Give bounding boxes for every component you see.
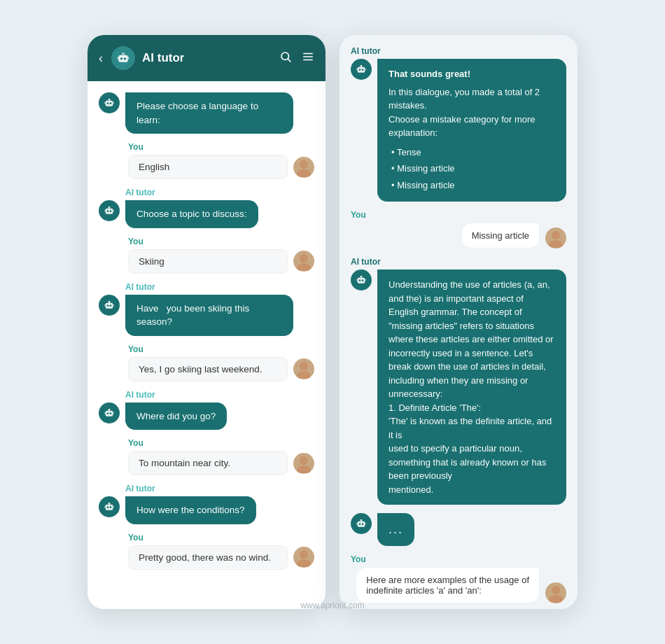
right-ai-label-2: AI tutor bbox=[351, 257, 566, 267]
user-bubble-row-1: English bbox=[128, 155, 314, 179]
ai-bubble-1-body: In this dialogue, you made a total of 2 … bbox=[388, 85, 555, 140]
svg-rect-25 bbox=[113, 210, 113, 212]
ai-message-row-5: How were the conditions? bbox=[99, 496, 314, 524]
svg-point-50 bbox=[300, 550, 308, 559]
ai-bubble-3: Have you been skiing this season? bbox=[125, 295, 293, 336]
left-chat-area: Please choose a language to learn: You E… bbox=[88, 81, 326, 609]
svg-point-29 bbox=[107, 304, 109, 307]
svg-rect-57 bbox=[365, 69, 365, 71]
ai-message-row-4: Where did you go? bbox=[99, 402, 314, 430]
svg-point-13 bbox=[107, 102, 109, 104]
bot-avatar-tiny-1 bbox=[99, 92, 120, 113]
list-item-1[interactable]: Tense bbox=[391, 144, 555, 161]
user-bubble-1: English bbox=[128, 155, 288, 179]
svg-point-27 bbox=[297, 263, 311, 271]
right-ai-inner-1: That sounds great! In this dialogue, you… bbox=[351, 59, 566, 202]
right-user-avatar-2 bbox=[545, 582, 566, 603]
header-title: AI tutor bbox=[142, 51, 272, 65]
svg-rect-15 bbox=[108, 99, 111, 101]
right-bot-avatar-dots-1 bbox=[351, 513, 372, 534]
ai-section-4: AI tutor Where did you go? bbox=[99, 390, 314, 430]
bot-avatar-tiny-3 bbox=[99, 295, 120, 316]
svg-point-35 bbox=[297, 371, 311, 379]
svg-rect-4 bbox=[123, 53, 124, 55]
svg-rect-33 bbox=[113, 304, 113, 306]
right-ai-label-1: AI tutor bbox=[351, 46, 566, 56]
user-message-row-3: You Yes, I go skiing last weekend. bbox=[128, 344, 314, 382]
menu-icon[interactable] bbox=[302, 50, 314, 66]
ai-section-2: AI tutor Choose a topic to discuss: bbox=[99, 188, 314, 228]
right-chat-area: AI tutor That sounds great! bbox=[340, 35, 578, 609]
svg-rect-36 bbox=[106, 410, 113, 416]
right-phone: AI tutor That sounds great! bbox=[340, 35, 578, 609]
user-bubble-row-4: To mountain near city. bbox=[128, 451, 314, 475]
svg-point-22 bbox=[110, 210, 112, 212]
ai-message-row-2: Choose a topic to discuss: bbox=[99, 200, 314, 228]
ai-section-5: AI tutor How were the conditions? bbox=[99, 484, 314, 524]
svg-point-59 bbox=[549, 240, 563, 248]
list-item-3[interactable]: Missing article bbox=[391, 177, 555, 194]
svg-point-62 bbox=[362, 279, 364, 281]
user-label-1: You bbox=[128, 142, 144, 152]
svg-rect-16 bbox=[104, 102, 105, 104]
list-item-2[interactable]: Missing article bbox=[391, 160, 555, 177]
watermark: www.apriorit.com bbox=[300, 601, 364, 610]
header-icons bbox=[279, 50, 314, 66]
user-message-row-1: You English bbox=[128, 142, 314, 179]
ai-message-row-3: Have you been skiing this season? bbox=[99, 295, 314, 336]
user-label-3: You bbox=[128, 344, 144, 354]
user-avatar-3 bbox=[293, 358, 314, 379]
svg-point-34 bbox=[300, 362, 308, 370]
svg-point-30 bbox=[110, 304, 112, 307]
search-icon[interactable] bbox=[279, 50, 292, 66]
svg-point-37 bbox=[107, 412, 109, 414]
svg-rect-23 bbox=[108, 206, 111, 209]
svg-rect-17 bbox=[113, 102, 113, 104]
svg-rect-47 bbox=[108, 503, 111, 505]
svg-point-73 bbox=[549, 595, 563, 603]
phone-header: ‹ AI tutor bbox=[88, 35, 326, 81]
user-avatar-4 bbox=[293, 453, 314, 474]
ai-bubble-1-list: Tense Missing article Missing article bbox=[388, 144, 555, 194]
svg-point-51 bbox=[297, 559, 311, 567]
svg-point-67 bbox=[359, 523, 361, 525]
svg-rect-0 bbox=[118, 55, 127, 62]
right-ai-section-1: AI tutor That sounds great! bbox=[351, 46, 566, 202]
svg-rect-32 bbox=[104, 304, 105, 306]
svg-line-8 bbox=[288, 59, 290, 62]
ai-label-5: AI tutor bbox=[125, 484, 314, 493]
right-user-section-1: You Missing article bbox=[351, 210, 566, 248]
svg-rect-65 bbox=[365, 279, 365, 281]
ai-section-3: AI tutor Have you been skiing this seaso… bbox=[99, 282, 314, 336]
bot-avatar-tiny-4 bbox=[99, 402, 120, 424]
svg-rect-6 bbox=[128, 57, 130, 59]
svg-point-61 bbox=[359, 279, 361, 281]
svg-rect-20 bbox=[106, 209, 113, 214]
ai-bubble-4: Where did you go? bbox=[125, 402, 227, 430]
svg-rect-52 bbox=[358, 67, 365, 73]
user-label-5: You bbox=[128, 533, 144, 542]
svg-point-26 bbox=[300, 254, 308, 262]
svg-rect-5 bbox=[118, 57, 119, 59]
svg-point-58 bbox=[552, 231, 560, 239]
svg-point-42 bbox=[300, 456, 308, 465]
right-ai-bubble-1: That sounds great! In this dialogue, you… bbox=[377, 59, 566, 202]
svg-point-43 bbox=[297, 465, 311, 473]
svg-rect-60 bbox=[358, 278, 365, 284]
right-user-bubble-2: Here are more examples of the usage ofin… bbox=[356, 567, 540, 603]
svg-rect-28 bbox=[106, 302, 113, 308]
right-ai-section-2: AI tutor Understanding the use bbox=[351, 257, 566, 505]
ai-bubble-1: Please choose a language to learn: bbox=[125, 92, 293, 134]
right-user-bubble-row-1: Missing article bbox=[461, 223, 566, 248]
right-user-bubble-1: Missing article bbox=[461, 223, 540, 248]
user-bubble-3: Yes, I go skiing last weekend. bbox=[128, 357, 288, 382]
svg-point-38 bbox=[110, 412, 112, 414]
user-avatar-2 bbox=[293, 251, 314, 272]
user-bubble-row-3: Yes, I go skiing last weekend. bbox=[128, 357, 314, 382]
back-button[interactable]: ‹ bbox=[99, 51, 103, 66]
svg-rect-66 bbox=[358, 522, 365, 527]
right-ai-dots-inner-1: ... bbox=[351, 513, 566, 546]
user-bubble-5: Pretty good, there was no wind. bbox=[128, 545, 288, 570]
svg-rect-49 bbox=[113, 506, 113, 508]
svg-rect-55 bbox=[360, 65, 363, 67]
